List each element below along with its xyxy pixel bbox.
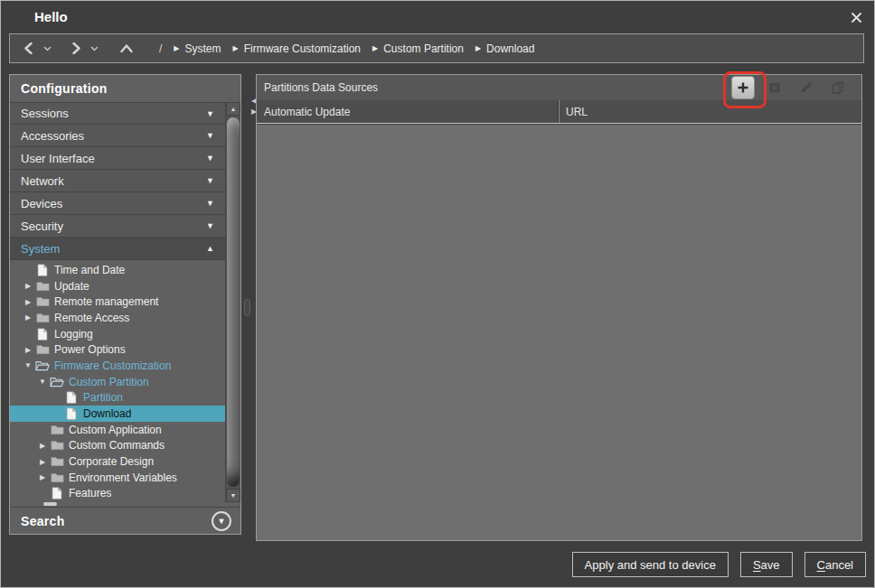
breadcrumb-item-firmware-customization[interactable]: Firmware Customization	[244, 42, 361, 55]
column-header-url[interactable]: URL	[559, 100, 861, 123]
vertical-scrollbar[interactable]: ▲ ▼	[225, 102, 240, 502]
pencil-icon	[799, 79, 814, 96]
footer-buttons: Apply and send to deviceSaveCancel	[572, 552, 866, 577]
copy-button	[826, 76, 850, 99]
tree-item-partition[interactable]: Partition	[10, 390, 225, 406]
sidebar-item-devices[interactable]: Devices▼	[10, 192, 225, 215]
expand-icon[interactable]: ▶	[35, 473, 50, 481]
chevron-right-icon	[69, 42, 83, 54]
tree-item-custom-partition[interactable]: ▼Custom Partition	[10, 374, 225, 390]
folder-icon	[35, 344, 50, 355]
breadcrumb-separator-icon: ▶	[475, 44, 481, 52]
apply-and-send-to-device-button[interactable]: Apply and send to device	[572, 552, 729, 577]
horizontal-scrollbar[interactable]	[10, 502, 240, 507]
tree-item-label: Logging	[54, 328, 93, 341]
accordion-label: Accessories	[21, 129, 84, 143]
tree-item-environment-variables[interactable]: ▶Environment Variables	[10, 470, 225, 486]
panel-title: Partitions Data Sources	[264, 81, 378, 94]
column-header-automatic-update[interactable]: Automatic Update	[257, 100, 559, 123]
tree-item-corporate-design[interactable]: ▶Corporate Design	[10, 453, 225, 470]
tree-item-label: Corporate Design	[69, 455, 154, 468]
breadcrumb-root[interactable]: /	[159, 42, 162, 55]
page-icon	[35, 328, 50, 341]
tree-item-custom-application[interactable]: Custom Application	[10, 422, 225, 438]
vertical-scrollbar-thumb[interactable]	[227, 117, 240, 487]
close-button[interactable]	[848, 9, 864, 25]
tree-item-time-and-date[interactable]: Time and Date	[10, 262, 225, 278]
cancel-button[interactable]: Cancel	[804, 552, 866, 577]
search-section[interactable]: Search ▼	[10, 507, 240, 534]
trash-x-icon	[767, 79, 782, 96]
expand-icon[interactable]: ▶	[21, 313, 35, 322]
sidebar-item-user-interface[interactable]: User Interface▼	[10, 147, 225, 170]
expand-icon[interactable]: ▶	[35, 458, 50, 466]
tree-item-download[interactable]: Download	[10, 406, 225, 422]
tree-item-logging[interactable]: Logging	[10, 326, 225, 342]
tree-item-update[interactable]: ▶Update	[10, 278, 225, 294]
folder-icon	[50, 440, 64, 451]
collapse-icon[interactable]: ▼	[21, 361, 35, 369]
expand-icon[interactable]: ▶	[21, 346, 35, 354]
tree-item-remote-access[interactable]: ▶Remote Access	[10, 310, 225, 326]
sidebar-item-accessories[interactable]: Accessories▼	[10, 125, 225, 147]
tree-item-label: Firmware Customization	[54, 359, 171, 372]
breadcrumb-item-download[interactable]: Download	[486, 42, 534, 55]
close-icon	[849, 12, 863, 23]
tree-item-remote-management[interactable]: ▶Remote management	[10, 294, 225, 310]
chevron-down-small-icon	[40, 46, 54, 51]
accordion-label: Devices	[21, 197, 62, 210]
accordion-label: Network	[21, 174, 64, 188]
breadcrumb-separator-icon: ▶	[372, 44, 378, 52]
panel-splitter-handle[interactable]	[244, 299, 250, 316]
breadcrumb-item-system[interactable]: System	[185, 42, 221, 55]
navigation-bar: / ▶System▶Firmware Customization▶Custom …	[9, 33, 864, 63]
chevron-down-circle-icon: ▼	[218, 517, 226, 526]
sidebar-item-system[interactable]: System▲	[10, 238, 225, 260]
breadcrumb-separator-icon: ▶	[174, 44, 179, 52]
tree-item-label: Time and Date	[54, 264, 125, 276]
table-body	[257, 124, 861, 540]
expand-icon[interactable]: ▶	[35, 442, 50, 450]
chevron-up-icon	[119, 43, 134, 53]
expand-icon[interactable]: ▶	[21, 298, 35, 306]
sidebar-header: Configuration	[10, 75, 240, 102]
sidebar-item-network[interactable]: Network▼	[10, 170, 225, 192]
tree-item-label: Custom Application	[69, 424, 162, 436]
breadcrumb-item-custom-partition[interactable]: Custom Partition	[383, 42, 464, 55]
collapse-icon[interactable]: ▼	[35, 378, 50, 386]
window-title: Hello	[34, 9, 68, 24]
save-button[interactable]: Save	[740, 552, 793, 577]
add-button[interactable]	[731, 76, 755, 99]
tree-item-label: Remote Access	[54, 312, 129, 324]
configuration-sidebar: Configuration Sessions▼Accessories▼User …	[9, 74, 241, 535]
sidebar-item-security[interactable]: Security▼	[10, 215, 225, 238]
tree-item-features[interactable]: Features	[10, 486, 225, 502]
tree-item-custom-commands[interactable]: ▶Custom Commands	[10, 438, 225, 454]
expand-icon: ▼	[206, 154, 214, 163]
folder-icon	[35, 296, 50, 307]
expand-icon[interactable]: ▶	[21, 282, 35, 290]
page-icon	[50, 487, 64, 499]
up-button[interactable]	[119, 43, 134, 53]
scroll-down-icon[interactable]: ▼	[226, 489, 240, 502]
back-history-button[interactable]	[40, 46, 54, 51]
tree-item-label: Custom Commands	[69, 439, 165, 452]
folder-icon	[50, 456, 64, 467]
expand-icon: ▼	[206, 221, 214, 230]
forward-history-button[interactable]	[87, 46, 101, 51]
scroll-up-icon[interactable]: ▲	[226, 102, 240, 116]
accordion-label: Sessions	[21, 107, 69, 120]
chevron-down-small-icon	[87, 46, 101, 51]
tree-item-firmware-customization[interactable]: ▼Firmware Customization	[10, 358, 225, 374]
settings-tree: Time and Date▶Update▶Remote management▶R…	[10, 260, 225, 502]
tree-item-power-options[interactable]: ▶Power Options	[10, 341, 225, 358]
sidebar-item-sessions[interactable]: Sessions▼	[10, 102, 225, 125]
accordion-label: Security	[21, 219, 63, 233]
main-panel: Partitions Data Sources Automatic Update…	[256, 74, 862, 541]
forward-button[interactable]	[69, 42, 83, 54]
collapse-icon: ▲	[206, 244, 214, 253]
horizontal-scrollbar-thumb[interactable]	[43, 502, 57, 506]
sidebar-title: Configuration	[21, 81, 108, 96]
search-expand-button[interactable]: ▼	[212, 511, 231, 531]
back-button[interactable]	[22, 42, 36, 54]
